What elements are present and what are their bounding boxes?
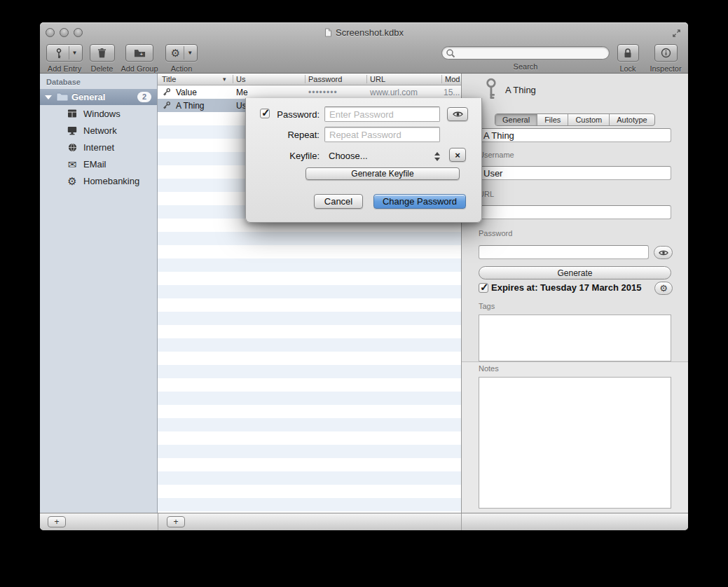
count-badge: 2 bbox=[137, 92, 151, 102]
action-label: Action bbox=[165, 64, 198, 73]
sidebar-item-label: Windows bbox=[83, 109, 121, 119]
column-header-title[interactable]: Title bbox=[162, 75, 176, 83]
inspector-tabs: General Files Custom Autotype bbox=[495, 113, 655, 126]
column-header-username[interactable]: Us bbox=[236, 75, 245, 83]
sheet-repeat-label: Repeat: bbox=[246, 130, 320, 140]
sidebar-item-network[interactable]: Network bbox=[40, 122, 157, 139]
tags-label: Tags bbox=[479, 302, 495, 310]
sheet-password-label: Password: bbox=[246, 109, 320, 120]
delete-toolbar-item: Delete bbox=[89, 44, 115, 73]
tab-general[interactable]: General bbox=[495, 114, 537, 125]
sheet-keyfile-label: Keyfile: bbox=[246, 151, 320, 161]
footer-divider bbox=[158, 513, 158, 530]
sheet-reveal-password-button[interactable] bbox=[447, 107, 468, 121]
remove-keyfile-button[interactable]: × bbox=[449, 148, 466, 162]
key-icon bbox=[48, 43, 69, 64]
add-entry-label: Add Entry bbox=[46, 64, 83, 73]
url-field[interactable] bbox=[479, 205, 671, 219]
folder-icon bbox=[56, 92, 68, 102]
info-panel-icon bbox=[661, 48, 671, 58]
sidebar-item-internet[interactable]: Internet bbox=[40, 139, 157, 156]
password-field[interactable] bbox=[479, 245, 649, 259]
username-label: Username bbox=[479, 151, 514, 159]
window-title-text: Screenshot.kdbx bbox=[336, 27, 404, 38]
change-password-button[interactable]: Change Password bbox=[373, 194, 466, 209]
cancel-button[interactable]: Cancel bbox=[314, 194, 363, 209]
sidebar-item-windows[interactable]: Windows bbox=[40, 105, 157, 122]
reveal-password-button[interactable] bbox=[654, 246, 673, 259]
column-divider[interactable] bbox=[441, 75, 442, 83]
tags-field[interactable] bbox=[479, 315, 671, 361]
action-toolbar-item: ⚙ ▼ Action bbox=[165, 44, 198, 73]
delete-button[interactable] bbox=[90, 44, 115, 62]
tab-custom[interactable]: Custom bbox=[568, 114, 610, 125]
add-group-label: Add Group bbox=[118, 64, 160, 73]
notes-field[interactable] bbox=[479, 377, 671, 509]
chevron-down-icon: ▼ bbox=[69, 50, 81, 56]
sheet-repeat-input[interactable] bbox=[324, 127, 440, 142]
window-chrome: Screenshot.kdbx ▼ Add Entry bbox=[40, 22, 688, 74]
footer-bar: + + bbox=[40, 513, 688, 530]
sidebar-group-general[interactable]: General 2 bbox=[40, 89, 157, 105]
x-icon: × bbox=[455, 150, 460, 160]
svg-text:+: + bbox=[139, 50, 143, 57]
entry-row[interactable]: Value Me •••••••• www.url.com 15... bbox=[158, 85, 461, 99]
padlock-icon bbox=[624, 48, 632, 58]
titlebar[interactable]: Screenshot.kdbx bbox=[40, 22, 688, 42]
fullscreen-icon[interactable] bbox=[672, 28, 681, 41]
generate-keyfile-button[interactable]: Generate Keyfile bbox=[305, 167, 460, 180]
lock-button[interactable] bbox=[617, 44, 639, 62]
entry-table-header[interactable]: Title ▾ Us Password URL Mod bbox=[158, 74, 461, 85]
generate-password-button[interactable]: Generate bbox=[479, 266, 671, 279]
window-icon bbox=[67, 109, 78, 118]
key-icon bbox=[163, 101, 171, 111]
sidebar-item-email[interactable]: ✉ EMail bbox=[40, 156, 157, 172]
popup-stepper-icon[interactable] bbox=[434, 152, 441, 161]
expires-label: Expires at: Tuesday 17 March 2015 bbox=[491, 282, 641, 293]
keyfile-popup[interactable]: Choose... bbox=[329, 151, 368, 161]
inspector-entry-title: A Thing bbox=[505, 85, 536, 95]
footer-divider bbox=[461, 513, 462, 530]
notes-label: Notes bbox=[479, 364, 499, 373]
sort-indicator-icon: ▾ bbox=[223, 76, 226, 83]
column-header-modified[interactable]: Mod bbox=[445, 75, 460, 83]
add-entry-button[interactable]: ▼ bbox=[46, 44, 83, 62]
column-divider[interactable] bbox=[305, 75, 305, 83]
inspector-toolbar-item: Inspector bbox=[647, 44, 685, 73]
folder-plus-icon: + bbox=[134, 48, 146, 58]
expires-options-button[interactable]: ⚙ bbox=[654, 282, 673, 295]
sidebar-item-label: Network bbox=[83, 125, 117, 136]
monitor-icon bbox=[67, 126, 78, 135]
globe-icon bbox=[67, 143, 78, 152]
sidebar-group-label: General bbox=[71, 92, 105, 102]
title-field[interactable] bbox=[479, 128, 671, 142]
column-divider[interactable] bbox=[366, 75, 367, 83]
change-password-sheet: Password: Repeat: Keyfile: Choose... × G… bbox=[245, 98, 482, 223]
search-input[interactable] bbox=[458, 48, 605, 58]
app-window: Screenshot.kdbx ▼ Add Entry bbox=[40, 22, 688, 530]
column-header-password[interactable]: Password bbox=[308, 75, 342, 83]
tab-files[interactable]: Files bbox=[537, 114, 568, 125]
add-group-button[interactable]: + bbox=[125, 44, 153, 62]
column-header-url[interactable]: URL bbox=[370, 75, 385, 83]
sidebar-item-homebanking[interactable]: ⚙ Homebanking bbox=[40, 172, 157, 189]
sheet-password-input[interactable] bbox=[324, 106, 440, 122]
chevron-down-icon: ▼ bbox=[184, 50, 195, 56]
add-group-plus-button[interactable]: + bbox=[48, 516, 66, 527]
cell-username: Me bbox=[236, 88, 248, 97]
tab-autotype[interactable]: Autotype bbox=[610, 114, 654, 125]
cell-title: A Thing bbox=[176, 101, 204, 111]
column-divider[interactable] bbox=[233, 75, 233, 83]
username-field[interactable] bbox=[479, 166, 671, 180]
expires-row: Expires at: Tuesday 17 March 2015 bbox=[479, 282, 641, 293]
disclosure-triangle-icon[interactable] bbox=[45, 95, 52, 99]
expires-checkbox[interactable] bbox=[479, 283, 488, 293]
add-entry-plus-button[interactable]: + bbox=[167, 516, 185, 527]
envelope-icon: ✉ bbox=[67, 159, 78, 170]
action-button[interactable]: ⚙ ▼ bbox=[165, 44, 198, 62]
inspector-button[interactable] bbox=[654, 44, 678, 62]
gear-icon: ⚙ bbox=[167, 48, 184, 58]
search-field bbox=[441, 46, 610, 60]
sidebar-item-label: Homebanking bbox=[83, 176, 139, 186]
sidebar-item-label: EMail bbox=[83, 159, 107, 170]
